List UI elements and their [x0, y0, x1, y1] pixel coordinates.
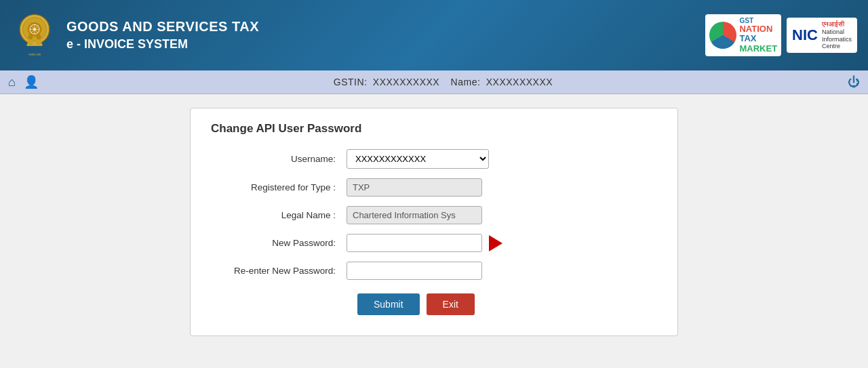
svg-point-14: [37, 35, 41, 39]
button-row: Submit Exit: [347, 293, 657, 315]
new-password-label: New Password:: [211, 238, 347, 248]
nic-logo: NIC एनआईसी National Informatics Centre: [787, 18, 857, 53]
name-value: XXXXXXXXXX: [486, 77, 553, 87]
header-right: GST NATION TAX MARKET NIC एनआईसी Nationa…: [705, 14, 857, 56]
user-icon[interactable]: 👤: [24, 75, 39, 89]
username-label: Username:: [211, 154, 347, 164]
legal-name-label: Legal Name :: [211, 210, 347, 220]
gstin-value: XXXXXXXXXX: [373, 77, 439, 87]
ntm-text: GST NATION TAX MARKET: [739, 17, 777, 54]
nic-national: National: [822, 28, 852, 36]
emblem-icon: सत्यमेव जयते: [11, 8, 58, 62]
new-password-input[interactable]: [347, 234, 482, 252]
arrow-indicator: [489, 235, 502, 251]
title-line1: GOODS AND SERVICES TAX: [66, 17, 259, 36]
svg-point-13: [28, 35, 33, 39]
ntm-tax: TAX: [739, 34, 777, 43]
re-enter-label: Re-enter New Password:: [211, 266, 347, 276]
reg-type-row: Registered for Type : TXP: [211, 178, 657, 197]
nic-desc: एनआईसी National Informatics Centre: [822, 20, 852, 50]
nic-hindi: एनआईसी: [822, 20, 852, 28]
exit-button[interactable]: Exit: [427, 293, 475, 315]
name-label: Name:: [451, 77, 481, 87]
arrow-right-icon: [489, 235, 502, 251]
legal-name-row: Legal Name : Chartered Information Sys: [211, 206, 657, 224]
submit-button[interactable]: Submit: [357, 293, 420, 315]
header: सत्यमेव जयते GOODS AND SERVICES TAX e - …: [0, 0, 868, 70]
ntm-nation: NATION: [739, 24, 777, 34]
reg-type-value: TXP: [347, 178, 482, 197]
nic-informatics: Informatics: [822, 36, 852, 43]
power-icon[interactable]: ⏻: [848, 75, 860, 89]
gstin-label: GSTIN:: [334, 77, 368, 87]
header-title: GOODS AND SERVICES TAX e - INVOICE SYSTE…: [66, 17, 259, 53]
reg-type-label: Registered for Type :: [211, 182, 347, 192]
re-enter-password-input[interactable]: [347, 262, 482, 280]
form-card: Change API User Password Username: XXXXX…: [190, 108, 678, 336]
new-password-row: New Password:: [211, 234, 657, 252]
ntm-circle-icon: [709, 22, 736, 49]
ntm-market: MARKET: [739, 44, 777, 54]
navbar: ⌂ 👤 GSTIN: XXXXXXXXXX Name: XXXXXXXXXX ⏻: [0, 70, 868, 94]
re-enter-password-row: Re-enter New Password:: [211, 262, 657, 280]
navbar-info: GSTIN: XXXXXXXXXX Name: XXXXXXXXXX: [47, 77, 840, 87]
title-line2: e - INVOICE SYSTEM: [66, 36, 259, 53]
svg-text:सत्यमेव जयते: सत्यमेव जयते: [28, 53, 41, 56]
ntm-logo: GST NATION TAX MARKET: [705, 14, 781, 56]
main-content: Change API User Password Username: XXXXX…: [0, 94, 868, 350]
nic-label: NIC: [792, 26, 818, 44]
legal-name-value: Chartered Information Sys: [347, 206, 482, 224]
username-row: Username: XXXXXXXXXXXX: [211, 149, 657, 169]
header-left: सत्यमेव जयते GOODS AND SERVICES TAX e - …: [11, 8, 259, 62]
form-title: Change API User Password: [211, 122, 657, 136]
home-icon[interactable]: ⌂: [8, 75, 16, 89]
username-select[interactable]: XXXXXXXXXXXX: [347, 149, 489, 169]
nic-centre: Centre: [822, 43, 852, 50]
